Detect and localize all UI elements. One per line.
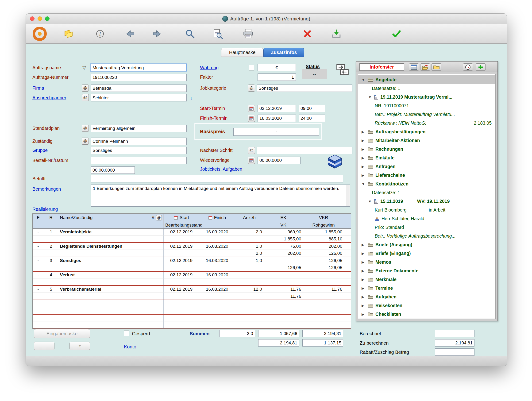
tree-row[interactable]: Prio: Standard: [358, 223, 495, 232]
info-icon[interactable]: i: [95, 29, 105, 39]
gesperrt-checkbox[interactable]: [124, 331, 129, 336]
tree-row[interactable]: ▶Checklisten: [358, 310, 495, 318]
finish-termin-calendar-button[interactable]: [248, 115, 255, 122]
task-row-detail[interactable]: [33, 321, 351, 328]
tree-row[interactable]: ▼15.11.2019WV: 19.11.2019: [358, 197, 495, 206]
task-row-detail[interactable]: 11,76: [33, 293, 351, 299]
expand-arrow-icon[interactable]: ▶: [361, 243, 368, 247]
start-termin-link[interactable]: Start-Termin: [200, 106, 225, 111]
tree-row[interactable]: Rückantw.: NEIN NettoG:2.183,05: [358, 119, 495, 127]
jobtickets-cube-icon[interactable]: [327, 153, 343, 171]
finish-termin-link[interactable]: Finish-Termin: [200, 115, 228, 121]
ansprechpartner-lookup-button[interactable]: @: [82, 94, 89, 101]
waehrung-link[interactable]: Währung: [200, 65, 219, 70]
tree-row[interactable]: ▶Aufgaben: [358, 293, 495, 301]
confirm-icon[interactable]: [391, 28, 402, 39]
standardplan-input[interactable]: [91, 125, 187, 132]
expand-arrow-icon[interactable]: ▶: [361, 278, 368, 282]
konto-link[interactable]: Konto: [124, 344, 136, 350]
tree-row[interactable]: ▶Anfragen: [358, 162, 495, 171]
finish-date-input[interactable]: [258, 115, 296, 122]
task-row[interactable]: -5Verbrauchsmaterial02.12.201916.03.2020…: [33, 286, 351, 293]
collapse-arrow-icon[interactable]: ▼: [368, 95, 374, 99]
record-window-icon[interactable]: [409, 64, 419, 71]
tree-row[interactable]: ▶Lieferscheine: [358, 171, 495, 180]
naechster-schritt-input[interactable]: [257, 147, 352, 154]
tree-row[interactable]: Betr.: Vorläufige Auftragsbesprechung...: [358, 232, 495, 240]
jobkategorie-lookup-button[interactable]: @: [248, 84, 255, 92]
bemerkungen-textarea[interactable]: 1 Bemerkungen zum Standardplan können in…: [91, 185, 350, 207]
task-row[interactable]: -1Vermietobjekte02.12.201916.03.20202,09…: [33, 229, 351, 236]
task-row[interactable]: -3Sonstiges02.12.201916.03.20201,0126,05: [33, 257, 351, 264]
expand-arrow-icon[interactable]: ▶: [361, 173, 368, 178]
start-termin-calendar-button[interactable]: [248, 105, 255, 112]
bestellnr-input[interactable]: [91, 157, 187, 164]
ansprechpartner-info-link[interactable]: i: [191, 95, 192, 101]
bookmark-icon[interactable]: [63, 28, 74, 39]
expand-arrow-icon[interactable]: ▶: [361, 147, 368, 152]
wiedervorlage-calendar-button[interactable]: [248, 157, 255, 164]
tree-row[interactable]: Datensätze: 1: [358, 188, 495, 197]
tree-row[interactable]: ▼19.11.2019 Musterauftrag Vermi...: [358, 93, 495, 102]
tree-row[interactable]: ▶Rechnungen: [358, 145, 495, 153]
naechster-schritt-lookup-button[interactable]: @: [248, 147, 255, 154]
bemerkungen-scrollbar[interactable]: [346, 185, 350, 206]
jobtickets-link[interactable]: Jobtickets, Aufgaben: [200, 166, 242, 172]
tree-row[interactable]: ▶Briefe (Ausgang): [358, 240, 495, 249]
tree-row[interactable]: ▶Reisekosten: [358, 301, 495, 310]
search-document-icon[interactable]: [212, 28, 223, 39]
add-icon[interactable]: [476, 64, 486, 71]
auftragsnummer-input[interactable]: [91, 74, 187, 81]
task-row-detail[interactable]: 2,0202,00126,00: [33, 250, 351, 257]
remove-row-button[interactable]: -: [34, 342, 54, 350]
expand-arrow-icon[interactable]: ▶: [361, 286, 368, 290]
tree-row[interactable]: Betr.: Projekt: Musterauftrag Vermietu..…: [358, 110, 495, 119]
transfer-icon[interactable]: [335, 63, 350, 77]
zustaendig-lookup-button[interactable]: @: [82, 138, 89, 145]
task-row[interactable]: [33, 300, 351, 307]
task-row[interactable]: -4Verlust02.12.201916.03.2020: [33, 272, 351, 279]
expand-arrow-icon[interactable]: ▶: [361, 165, 368, 169]
tree-row[interactable]: ▼Kontaktnotizen: [358, 180, 495, 188]
ansprechpartner-input[interactable]: [91, 94, 187, 102]
rabatt-input[interactable]: [435, 348, 475, 356]
collapse-arrow-icon[interactable]: ▼: [361, 182, 368, 186]
tree-row[interactable]: Kurt Bloombergin Arbeit: [358, 206, 495, 214]
expand-arrow-icon[interactable]: ▶: [361, 156, 368, 160]
task-row-detail[interactable]: [33, 307, 351, 314]
tree-row[interactable]: ▶Externe Dokumente: [358, 267, 495, 275]
tree-row[interactable]: ▶Auftragsbestätigungen: [358, 127, 495, 136]
expand-arrow-icon[interactable]: ▶: [361, 251, 368, 256]
zustaendig-input[interactable]: [91, 138, 187, 145]
standardplan-lookup-button[interactable]: @: [82, 125, 89, 132]
tab-hauptmaske[interactable]: Hauptmaske: [221, 48, 263, 57]
realisierung-link[interactable]: Realisierung: [32, 207, 58, 212]
expand-arrow-icon[interactable]: ▶: [361, 295, 368, 299]
clock-icon[interactable]: [463, 64, 473, 71]
task-row[interactable]: [33, 315, 351, 321]
faktor-input[interactable]: [258, 73, 296, 81]
expand-arrow-icon[interactable]: ▶: [361, 269, 368, 273]
bemerkungen-link[interactable]: Bemerkungen: [32, 186, 61, 192]
finish-time-input[interactable]: [299, 115, 325, 122]
expand-arrow-icon[interactable]: ▶: [361, 312, 368, 317]
eingabemaske-button[interactable]: Eingabemaske: [34, 329, 90, 338]
minimize-button[interactable]: [38, 16, 42, 21]
start-date-input[interactable]: [258, 105, 296, 112]
add-row-button[interactable]: +: [70, 342, 90, 350]
import-icon[interactable]: [331, 28, 342, 39]
tree-row[interactable]: NR: 1911000071: [358, 102, 495, 110]
print-icon[interactable]: [242, 28, 254, 40]
waehrung-checkbox[interactable]: [249, 65, 254, 70]
wiedervorlage-input[interactable]: [258, 157, 300, 164]
tab-zusatzinfos[interactable]: Zusatzinfos: [263, 48, 304, 57]
firma-link[interactable]: Firma: [32, 85, 44, 91]
expand-arrow-icon[interactable]: ▶: [361, 139, 368, 143]
collapse-arrow-icon[interactable]: ▼: [361, 78, 368, 82]
firma-lookup-button[interactable]: @: [82, 84, 89, 92]
forward-icon[interactable]: [152, 28, 163, 39]
status-label[interactable]: Status: [306, 64, 320, 69]
firma-input[interactable]: [91, 84, 187, 92]
expand-arrow-icon[interactable]: ▶: [361, 304, 368, 308]
back-icon[interactable]: [124, 28, 135, 39]
